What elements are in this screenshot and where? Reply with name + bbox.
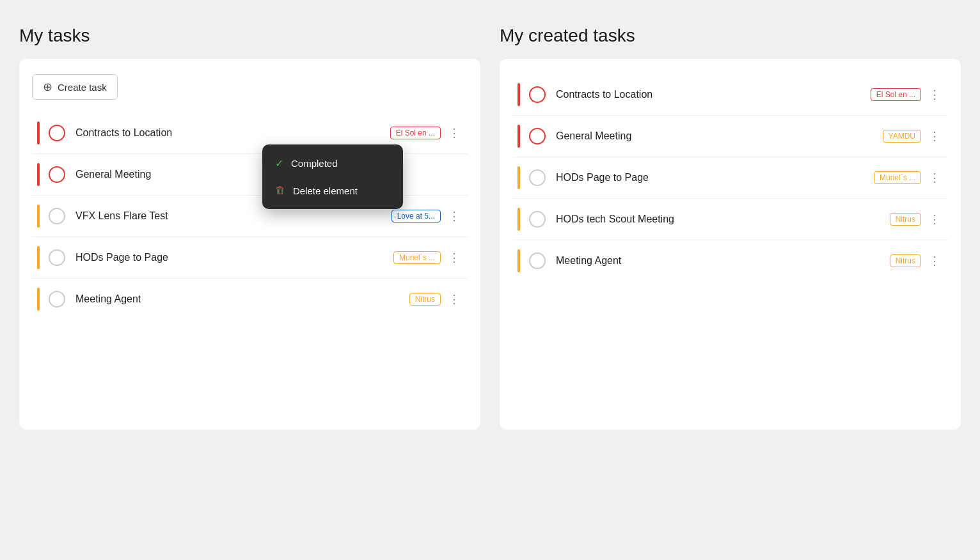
table-row: Meeting Agent Nitrus ⋮ [32, 279, 468, 320]
check-icon: ✓ [275, 157, 283, 169]
context-menu: ✓ Completed 🗑 Delete element [262, 144, 403, 209]
right-section: My created tasks Contracts to Location E… [500, 26, 961, 430]
priority-bar [518, 166, 520, 189]
task-circle[interactable] [49, 291, 65, 307]
priority-bar [37, 121, 40, 144]
task-circle[interactable] [529, 169, 546, 186]
task-circle[interactable] [49, 208, 65, 224]
task-name: Meeting Agent [75, 293, 409, 305]
task-name: General Meeting [556, 130, 883, 142]
task-circle[interactable] [529, 128, 546, 144]
more-menu-button[interactable]: ⋮ [926, 128, 943, 144]
create-task-label: Create task [58, 82, 107, 93]
tag-badge[interactable]: El Sol en ... [390, 127, 441, 139]
task-name: Contracts to Location [75, 127, 390, 139]
task-name: Contracts to Location [556, 89, 871, 100]
tag-badge[interactable]: Nitrus [890, 254, 921, 267]
left-section: My tasks ⊕ Create task Contracts to Loca… [19, 26, 480, 430]
priority-bar [37, 246, 40, 269]
task-circle[interactable] [529, 253, 546, 269]
table-row: Contracts to Location El Sol en ... ⋮ [512, 74, 948, 116]
completed-label: Completed [291, 158, 338, 169]
delete-label: Delete element [293, 185, 358, 196]
more-menu-button[interactable]: ⋮ [446, 125, 462, 141]
task-circle[interactable] [49, 249, 65, 266]
priority-bar [518, 125, 520, 148]
table-row: General Meeting YAMDU ⋮ [512, 116, 948, 157]
priority-bar [518, 83, 520, 106]
table-row: Contracts to Location El Sol en ... ⋮ ✓ … [32, 113, 468, 154]
task-name: HODs tech Scout Meeting [556, 214, 890, 225]
priority-bar [37, 163, 40, 186]
task-name: VFX Lens Flare Test [75, 210, 391, 222]
table-row: HODs Page to Page Muriel´s ... ⋮ [512, 157, 948, 199]
task-name: HODs Page to Page [75, 252, 393, 263]
task-circle[interactable] [49, 125, 65, 141]
task-circle[interactable] [529, 211, 546, 228]
trash-icon: 🗑 [275, 185, 285, 196]
priority-bar [37, 288, 40, 311]
table-row: Meeting Agent Nitrus ⋮ [512, 240, 948, 281]
priority-bar [37, 205, 40, 228]
tag-badge[interactable]: Muriel´s ... [393, 251, 441, 264]
task-circle[interactable] [529, 86, 546, 103]
more-menu-button[interactable]: ⋮ [926, 211, 943, 228]
more-menu-button[interactable]: ⋮ [926, 169, 943, 186]
right-card: Contracts to Location El Sol en ... ⋮ Ge… [500, 59, 961, 430]
left-card: ⊕ Create task Contracts to Location El S… [19, 59, 480, 430]
create-task-button[interactable]: ⊕ Create task [32, 74, 118, 100]
tag-badge[interactable]: Muriel´s ... [874, 171, 921, 184]
priority-bar [518, 208, 520, 231]
page-wrapper: My tasks ⊕ Create task Contracts to Loca… [19, 26, 961, 430]
left-task-list: Contracts to Location El Sol en ... ⋮ ✓ … [32, 113, 468, 320]
right-task-list: Contracts to Location El Sol en ... ⋮ Ge… [512, 74, 948, 281]
table-row: HODs Page to Page Muriel´s ... ⋮ [32, 237, 468, 279]
task-name: Meeting Agent [556, 255, 890, 267]
more-menu-button[interactable]: ⋮ [926, 253, 943, 269]
table-row: HODs tech Scout Meeting Nitrus ⋮ [512, 199, 948, 240]
priority-bar [518, 249, 520, 272]
left-panel-title: My tasks [19, 26, 480, 46]
tag-badge[interactable]: YAMDU [883, 130, 921, 143]
tag-badge[interactable]: Nitrus [890, 213, 921, 226]
delete-menu-item[interactable]: 🗑 Delete element [262, 177, 403, 204]
more-menu-button[interactable]: ⋮ [446, 208, 462, 224]
task-circle[interactable] [49, 166, 65, 183]
tag-badge[interactable]: Nitrus [409, 293, 441, 306]
task-name: HODs Page to Page [556, 172, 874, 183]
more-menu-button[interactable]: ⋮ [446, 249, 462, 266]
tag-badge[interactable]: El Sol en ... [871, 88, 921, 101]
completed-menu-item[interactable]: ✓ Completed [262, 150, 403, 177]
tag-badge[interactable]: Love at 5... [391, 210, 441, 222]
more-menu-button[interactable]: ⋮ [446, 291, 462, 307]
more-menu-button[interactable]: ⋮ [926, 86, 943, 103]
right-panel-title: My created tasks [500, 26, 961, 46]
plus-icon: ⊕ [43, 80, 52, 94]
